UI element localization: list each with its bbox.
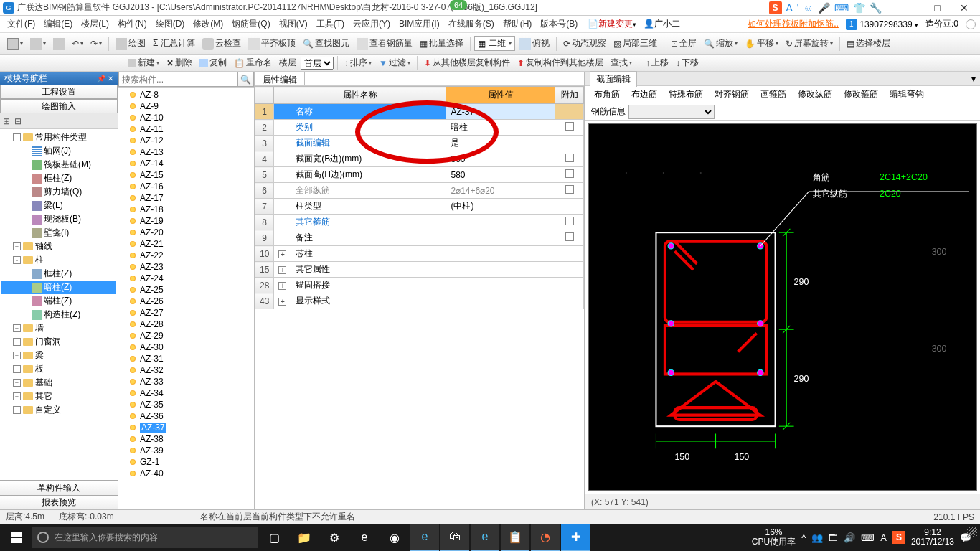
comp-item[interactable]: AZ-13 [123,146,250,158]
glyph-keyboard-icon[interactable]: ⌨ [834,2,849,14]
start-button[interactable] [3,524,30,551]
sogou-icon[interactable]: S [769,1,782,14]
comp-item[interactable]: AZ-36 [123,410,250,422]
comp-item[interactable]: AZ-40 [123,468,250,479]
st-special[interactable]: 特殊布筋 [666,87,706,102]
tree-item[interactable]: 框柱(Z) [1,267,116,281]
ct-copy-from[interactable]: ⬇从其他楼层复制构件 [421,55,513,70]
comp-item[interactable]: AZ-9 [123,100,250,112]
task-edge-icon[interactable]: e [410,524,439,551]
comp-item[interactable]: AZ-27 [123,307,250,319]
tab-section-edit[interactable]: 截面编辑 [590,71,637,87]
glyph-mic-icon[interactable]: 🎤 [818,2,830,14]
menu-help[interactable]: 帮助(H) [500,17,535,32]
tree-item[interactable]: +板 [1,362,116,376]
tree-item[interactable]: 现浇板(B) [1,212,116,226]
tree-item[interactable]: 剪力墙(Q) [1,185,116,199]
comp-item[interactable]: AZ-38 [123,433,250,445]
tree-item[interactable]: -常用构件类型 [1,131,116,144]
comp-item[interactable]: AZ-28 [123,319,250,330]
menu-edit[interactable]: 编辑(E) [41,17,75,32]
section-dropdown-icon[interactable]: ▾ [971,74,976,84]
comp-item[interactable]: AZ-17 [123,192,250,204]
comp-item[interactable]: AZ-10 [123,112,250,123]
rebar-info-select[interactable] [628,105,715,119]
view-mode-dd[interactable]: ▦ 二维 ▾ [474,36,515,51]
ct-delete[interactable]: ✕删除 [164,55,195,70]
tb-3d-local[interactable]: ▧局部三维 [611,36,660,51]
comp-item[interactable]: AZ-21 [123,238,250,250]
comp-item[interactable]: AZ-31 [123,353,250,364]
comp-item[interactable]: AZ-8 [123,89,250,100]
tree-item[interactable]: 端柱(Z) [1,294,116,308]
menu-component[interactable]: 构件(N) [115,17,150,32]
comp-item[interactable]: AZ-35 [123,399,250,410]
st-align[interactable]: 对齐钢筋 [712,87,752,102]
menu-file[interactable]: 文件(F) [4,17,38,32]
tree-item[interactable]: 梁(L) [1,199,116,212]
tb-cloud-check[interactable]: 云检查 [199,36,244,51]
nav-btn-project[interactable]: 工程设置 [0,85,118,99]
ct-rename[interactable]: 📋重命名 [231,55,275,70]
comp-item[interactable]: AZ-19 [123,215,250,227]
comp-item[interactable]: AZ-15 [123,169,250,181]
tray-ime-icon[interactable]: ⌨ [861,532,875,543]
tb-new[interactable]: ▾ [4,37,26,51]
glyph-tool-icon[interactable]: 🔧 [870,2,882,14]
ct-move-up[interactable]: ↑ 上移 [643,55,672,70]
tb-find[interactable]: 🔍查找图元 [300,36,352,51]
task-app2-icon[interactable]: ◉ [380,524,409,551]
floor-select[interactable]: 首层 [301,57,334,70]
comp-item[interactable]: AZ-16 [123,181,250,192]
comp-item[interactable]: AZ-33 [123,376,250,387]
prop-row[interactable]: 4截面宽(B边)(mm)300 [255,151,584,167]
prop-row[interactable]: 28+锚固搭接 [255,278,584,293]
tree-item[interactable]: +轴线 [1,240,116,253]
prop-row[interactable]: 6全部纵筋2⌀14+6⌀20 [255,183,584,199]
menu-modify[interactable]: 修改(M) [190,17,226,32]
st-edge[interactable]: 布边筋 [628,87,660,102]
comp-item[interactable]: AZ-37 [123,422,250,433]
tb-topview[interactable]: 俯视 [517,36,552,51]
st-mod-hoop[interactable]: 修改箍筋 [841,87,881,102]
task-store-icon[interactable]: 🛍 [440,524,469,551]
tree-item[interactable]: +梁 [1,349,116,362]
tray-sogou-icon[interactable]: S [892,531,905,544]
resize-grip[interactable] [967,527,977,537]
comp-item[interactable]: AZ-23 [123,261,250,273]
comp-item[interactable]: AZ-26 [123,296,250,307]
comp-item[interactable]: AZ-32 [123,364,250,376]
ct-filter[interactable]: ▼过滤▾ [376,55,413,70]
prop-row[interactable]: 1名称AZ-37 [255,104,584,120]
st-edit-hook[interactable]: 编辑弯钩 [887,87,927,102]
tb-undo[interactable]: ↶▾ [69,37,86,50]
menu-version[interactable]: 版本号(B) [537,17,580,32]
tb-select-floor[interactable]: ▤选择楼层 [844,36,893,51]
tree-item[interactable]: +门窗洞 [1,335,116,349]
tb-save[interactable] [50,37,67,51]
tb-rotate[interactable]: ↻屏幕旋转▾ [783,36,836,51]
prop-row[interactable]: 2类别暗柱 [255,120,584,136]
st-corner[interactable]: 布角筋 [591,87,623,102]
task-view-icon[interactable]: ▢ [260,524,288,551]
tb-view-rebar[interactable]: 查看钢筋量 [354,36,415,51]
tb-pan[interactable]: ✋平移▾ [742,36,781,51]
task-app3-icon[interactable]: 📋 [501,524,529,551]
cpu-meter[interactable]: 16%CPU使用率 [752,528,796,547]
prop-row[interactable]: 10+芯柱 [255,246,584,262]
property-grid[interactable]: 属性名称 属性值 附加 1名称AZ-372类别暗柱3截面编辑是4截面宽(B边)(… [255,86,584,509]
tray-battery-icon[interactable]: 🗔 [829,532,838,543]
nav-btn-draw[interactable]: 绘图输入 [0,99,118,113]
tree-item[interactable]: 轴网(J) [1,144,116,158]
comp-item[interactable]: AZ-25 [123,284,250,296]
tree-item[interactable]: -柱 [1,253,116,267]
search-input[interactable] [118,72,238,87]
tb-batch-select[interactable]: ▦批量选择 [417,36,466,51]
tray-up-icon[interactable]: ^ [801,532,806,543]
tb-align-top[interactable]: 平齐板顶 [245,36,298,51]
st-hoops[interactable]: 画箍筋 [758,87,789,102]
ct-new[interactable]: 新建▾ [125,55,162,70]
nav-expand-icon[interactable]: ⊞ [3,116,10,126]
glyph-smile-icon[interactable]: ☺ [804,2,814,14]
comp-item[interactable]: AZ-29 [123,330,250,342]
